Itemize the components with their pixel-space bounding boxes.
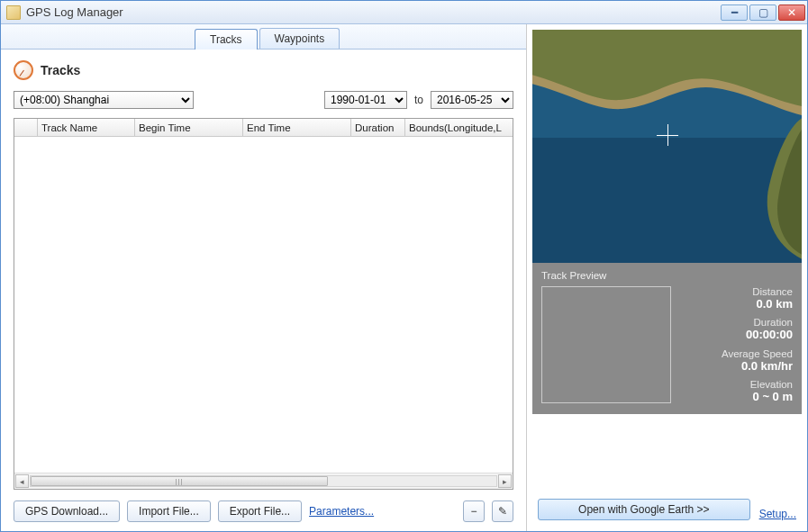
duration-value: 00:00:00	[684, 328, 793, 341]
scroll-right-arrow[interactable]: ▸	[498, 474, 512, 488]
scroll-thumb[interactable]	[31, 476, 328, 486]
close-button[interactable]: ✕	[778, 5, 805, 21]
tab-tracks[interactable]: Tracks	[195, 29, 258, 50]
elevation-value: 0 ~ 0 m	[684, 390, 793, 403]
horizontal-scrollbar[interactable]: ◂ ▸	[14, 473, 513, 489]
close-icon: ✕	[787, 7, 796, 18]
to-date-select[interactable]: 2016-05-25	[431, 91, 513, 109]
gps-download-label: GPS Download...	[25, 505, 108, 518]
table-header: Track Name Begin Time End Time Duration …	[14, 119, 513, 137]
crosshair-icon	[657, 124, 678, 146]
import-file-button[interactable]: Import File...	[127, 500, 211, 522]
distance-label: Distance	[684, 286, 793, 297]
avgspeed-value: 0.0 km/hr	[684, 359, 793, 373]
elevation-label: Elevation	[684, 379, 793, 390]
scroll-left-arrow[interactable]: ◂	[15, 474, 29, 488]
track-preview-thumbnail	[541, 286, 671, 403]
gps-download-button[interactable]: GPS Download...	[14, 500, 120, 522]
maximize-icon: ▢	[758, 7, 768, 18]
export-file-label: Export File...	[230, 505, 290, 518]
tracks-table: Track Name Begin Time End Time Duration …	[14, 118, 513, 490]
col-duration[interactable]: Duration	[351, 119, 405, 136]
map-view[interactable]	[532, 30, 802, 263]
col-bounds[interactable]: Bounds(Longitude,L	[405, 119, 513, 136]
avgspeed-label: Average Speed	[684, 348, 793, 359]
tabbar: Tracks Waypoints	[1, 24, 526, 50]
col-checkbox[interactable]	[14, 119, 38, 136]
minimize-icon: ━	[731, 7, 738, 18]
pencil-icon: ✎	[498, 505, 507, 518]
tab-waypoints-label: Waypoints	[275, 32, 325, 45]
right-panel: Track Preview Distance 0.0 km Duration 0…	[527, 24, 807, 531]
col-end-time[interactable]: End Time	[243, 119, 351, 136]
section-title: Tracks	[41, 63, 80, 77]
from-date-select[interactable]: 1990-01-01	[324, 91, 407, 109]
distance-value: 0.0 km	[684, 297, 793, 311]
remove-button[interactable]: −	[463, 500, 485, 522]
duration-label: Duration	[684, 317, 793, 328]
table-body	[14, 137, 513, 473]
track-preview-panel: Track Preview Distance 0.0 km Duration 0…	[532, 263, 802, 414]
app-icon	[6, 5, 21, 20]
svg-rect-1	[532, 138, 802, 263]
tab-tracks-label: Tracks	[210, 33, 242, 46]
to-label: to	[414, 94, 423, 106]
tab-waypoints[interactable]: Waypoints	[259, 28, 340, 49]
timezone-select[interactable]: (+08:00) Shanghai	[14, 91, 194, 109]
track-preview-label: Track Preview	[541, 270, 793, 281]
parameters-link[interactable]: Parameters...	[309, 505, 374, 518]
import-file-label: Import File...	[139, 505, 199, 518]
col-begin-time[interactable]: Begin Time	[135, 119, 243, 136]
edit-button[interactable]: ✎	[492, 500, 513, 522]
left-panel: Tracks Waypoints Tracks (+08:00) Shangha…	[1, 24, 527, 531]
col-track-name[interactable]: Track Name	[38, 119, 135, 136]
setup-link[interactable]: Setup...	[759, 508, 796, 520]
open-google-earth-label: Open with Google Earth >>	[578, 503, 709, 516]
export-file-button[interactable]: Export File...	[218, 500, 302, 522]
minimize-button[interactable]: ━	[721, 5, 748, 21]
open-google-earth-button[interactable]: Open with Google Earth >>	[538, 499, 750, 520]
titlebar: GPS Log Manager ━ ▢ ✕	[1, 1, 807, 24]
minus-icon: −	[470, 505, 477, 518]
scroll-track[interactable]	[30, 475, 497, 487]
compass-icon	[14, 60, 33, 80]
window-title: GPS Log Manager	[26, 5, 721, 19]
maximize-button[interactable]: ▢	[749, 5, 776, 21]
